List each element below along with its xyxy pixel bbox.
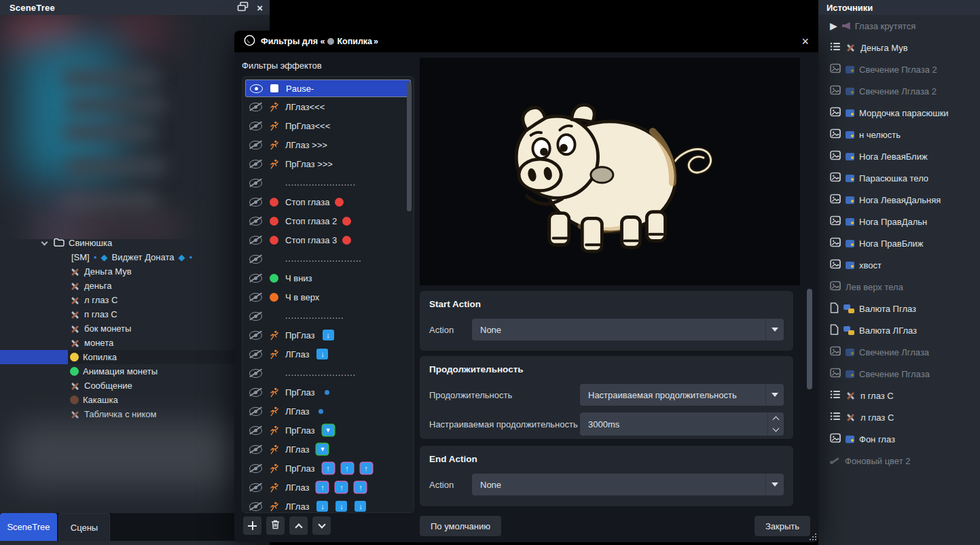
source-item[interactable]: Глаза крутятся xyxy=(818,15,980,37)
dialog-titlebar[interactable]: Фильтры для «Копилка» × xyxy=(234,31,818,52)
source-item[interactable]: Нога ЛеваяБлиж xyxy=(818,145,980,167)
filter-item[interactable]: Стоп глаза 2 xyxy=(242,211,414,230)
close-icon[interactable]: × xyxy=(801,35,809,48)
tab-scenes[interactable]: Сцены xyxy=(58,513,110,541)
eye-hidden-icon[interactable] xyxy=(249,426,262,435)
eye-hidden-icon[interactable] xyxy=(249,312,262,321)
filter-item[interactable]: Ч вниз xyxy=(242,268,414,287)
tree-item-selected[interactable]: Копилка xyxy=(0,350,270,364)
source-item[interactable]: Валюта ЛГлаз xyxy=(818,319,980,341)
filter-item[interactable]: Стоп глаза 3 xyxy=(242,230,414,249)
tree-item[interactable]: монета xyxy=(0,336,270,350)
eye-hidden-icon[interactable] xyxy=(249,141,262,150)
eye-hidden-icon[interactable] xyxy=(249,198,262,207)
filter-item-separator[interactable]: ........................ xyxy=(242,173,414,192)
filter-item[interactable]: ПрГлаз xyxy=(242,421,414,440)
tree-item[interactable]: деньга xyxy=(0,279,270,293)
filter-item-selected[interactable]: Pause- xyxy=(245,80,411,97)
source-item[interactable]: Свечение Пглаза xyxy=(818,363,980,385)
tree-item-folder[interactable]: Свинюшка xyxy=(0,236,270,250)
source-item[interactable]: Фоновый цвет 2 xyxy=(818,450,980,472)
eye-hidden-icon[interactable] xyxy=(249,464,262,473)
filter-item[interactable]: ПрГлаз xyxy=(242,459,414,478)
eye-hidden-icon[interactable] xyxy=(249,255,262,264)
close-icon[interactable]: × xyxy=(257,3,263,13)
dialog-scrollbar[interactable] xyxy=(807,289,812,513)
source-item[interactable]: хвост xyxy=(818,254,980,276)
custom-duration-input[interactable] xyxy=(580,412,784,436)
source-item[interactable]: Деньга Мув xyxy=(818,37,980,58)
filter-item[interactable]: Ч в верх xyxy=(242,287,414,306)
tree-item[interactable]: бок монеты xyxy=(0,321,270,336)
duration-mode-dropdown[interactable]: Настраиваемая продолжительность xyxy=(580,384,784,406)
eye-hidden-icon[interactable] xyxy=(249,483,262,492)
source-item[interactable]: Нога ЛеваяДальняя xyxy=(818,189,980,211)
duration-value-input[interactable] xyxy=(580,412,767,436)
eye-hidden-icon[interactable] xyxy=(249,274,262,283)
eye-hidden-icon[interactable] xyxy=(249,502,262,511)
source-item[interactable]: Свечение Пглаза 2 xyxy=(818,58,980,80)
filter-item[interactable]: ПрГлаз xyxy=(242,326,414,345)
tab-scenetree[interactable]: SceneTree xyxy=(0,513,57,541)
popout-icon[interactable] xyxy=(237,1,249,14)
filter-item[interactable]: ПрГлаз<<< xyxy=(242,116,414,135)
eye-hidden-icon[interactable] xyxy=(249,103,262,111)
eye-hidden-icon[interactable] xyxy=(249,445,262,454)
source-item[interactable]: Мордочка парасюшки xyxy=(818,102,980,124)
spin-up-button[interactable] xyxy=(768,412,784,424)
filter-item[interactable]: ЛГлаз xyxy=(242,440,414,459)
source-item[interactable]: п глаз С xyxy=(818,385,980,406)
eye-hidden-icon[interactable] xyxy=(249,407,262,416)
filter-item[interactable]: ЛГлаз xyxy=(242,345,414,364)
add-filter-button[interactable] xyxy=(243,516,261,535)
eye-hidden-icon[interactable] xyxy=(249,179,262,188)
eye-hidden-icon[interactable] xyxy=(249,369,262,378)
end-action-dropdown[interactable]: None xyxy=(472,474,784,495)
filter-item[interactable]: ЛГлаз xyxy=(242,402,414,421)
filter-item[interactable]: ЛГлаз xyxy=(242,478,414,497)
tree-item[interactable]: Деньга Мув xyxy=(0,264,270,279)
chevron-down-icon[interactable] xyxy=(41,239,48,245)
eye-hidden-icon[interactable] xyxy=(249,293,262,302)
spin-down-button[interactable] xyxy=(768,424,784,436)
tree-item[interactable]: Сообщение xyxy=(0,379,270,393)
move-filter-up-button[interactable] xyxy=(289,516,308,535)
eye-visible-icon[interactable] xyxy=(250,84,263,93)
tree-item[interactable]: Табличка с ником xyxy=(0,407,270,421)
source-item[interactable]: Свечение Лглаза 2 xyxy=(818,80,980,102)
tree-item[interactable]: л глаз С xyxy=(0,293,270,307)
filter-item-separator[interactable]: .................... xyxy=(242,306,414,326)
filters-scrollbar[interactable] xyxy=(407,82,412,211)
eye-hidden-icon[interactable] xyxy=(249,388,262,397)
move-filter-down-button[interactable] xyxy=(312,516,331,535)
tree-item[interactable]: Какашка xyxy=(0,393,270,407)
eye-hidden-icon[interactable] xyxy=(249,122,262,130)
eye-hidden-icon[interactable] xyxy=(249,236,262,245)
eye-hidden-icon[interactable] xyxy=(249,350,262,359)
source-item[interactable]: Валюта Пглаз xyxy=(818,298,980,319)
filter-item[interactable]: ПрГлаз xyxy=(242,383,414,402)
filter-item-separator[interactable]: .......................... xyxy=(242,249,414,268)
start-action-dropdown[interactable]: None xyxy=(472,319,784,340)
filter-item[interactable]: ПрГлаз >>> xyxy=(242,154,414,173)
filter-item[interactable]: ЛГлаз >>> xyxy=(242,135,414,154)
eye-hidden-icon[interactable] xyxy=(249,160,262,169)
remove-filter-button[interactable] xyxy=(266,516,285,535)
source-item[interactable]: Нога ПравДальн xyxy=(818,211,980,232)
tree-item[interactable]: [SM] Виджет Доната xyxy=(0,250,270,264)
filter-item[interactable]: ЛГлаз<<< xyxy=(242,97,414,116)
source-item[interactable]: Лев верх тела xyxy=(818,276,980,298)
source-item[interactable]: Свечение Лглаза xyxy=(818,341,980,363)
eye-hidden-icon[interactable] xyxy=(249,331,262,340)
resize-grip[interactable] xyxy=(810,534,816,540)
source-item[interactable]: Нога ПравБлиж xyxy=(818,232,980,254)
tree-item[interactable]: Анимация монеты xyxy=(0,364,270,379)
source-item[interactable]: н челюсть xyxy=(818,124,980,145)
tree-item[interactable]: п глаз С xyxy=(0,307,270,321)
filter-item-separator[interactable]: ........................ xyxy=(242,364,414,383)
defaults-button[interactable]: По умолчанию xyxy=(420,516,501,536)
eye-hidden-icon[interactable] xyxy=(249,217,262,226)
filter-item[interactable]: Стоп глаза xyxy=(242,192,414,211)
source-item[interactable]: л глаз С xyxy=(818,406,980,428)
source-item[interactable]: Фон глаз xyxy=(818,428,980,450)
